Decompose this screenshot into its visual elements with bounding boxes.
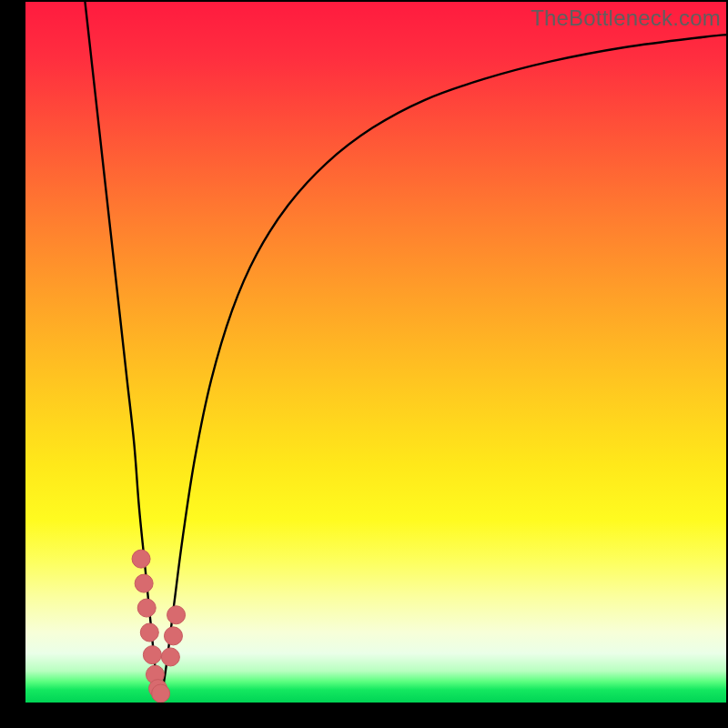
right-branch-curve	[162, 35, 726, 693]
marker-point	[167, 606, 186, 624]
marker-point	[143, 646, 161, 664]
chart-frame: TheBottleneck.com	[0, 0, 728, 728]
marker-point	[164, 627, 182, 645]
plot-area: TheBottleneck.com	[25, 2, 726, 703]
marker-point	[137, 599, 156, 617]
marker-point	[161, 648, 179, 666]
marker-point	[132, 550, 150, 568]
marker-point	[140, 623, 158, 642]
marker-point	[135, 574, 153, 592]
marker-point	[152, 684, 170, 703]
curve-layer	[25, 2, 726, 703]
